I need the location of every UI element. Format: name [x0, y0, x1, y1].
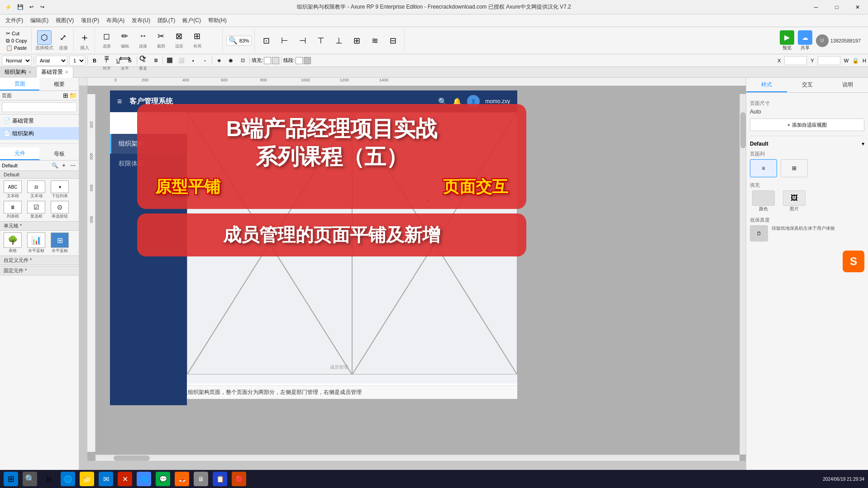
- comp-radio[interactable]: ⊙ 单选按钮: [49, 201, 71, 219]
- app4-btn[interactable]: ✕: [116, 471, 134, 487]
- tool-a[interactable]: ⊡: [259, 33, 274, 48]
- canvas-container[interactable]: 200 400 600 800 ≡ 客户管理系统 🔍 🔔 👤: [87, 86, 746, 461]
- shape-tool[interactable]: ◻: [100, 29, 114, 43]
- sketch-icon[interactable]: 🗒: [750, 225, 768, 242]
- italic-btn[interactable]: I: [101, 56, 111, 66]
- bold-btn[interactable]: B: [90, 56, 100, 66]
- align-justify-btn[interactable]: ▫: [200, 56, 210, 66]
- line-color-box[interactable]: [296, 57, 303, 64]
- cut-btn[interactable]: ✂Cut: [5, 30, 29, 37]
- menu-help[interactable]: 帮助(H): [205, 14, 230, 27]
- paste-btn[interactable]: 📋Paste: [5, 44, 29, 52]
- explorer-btn[interactable]: 📁: [78, 471, 96, 487]
- maximize-btn[interactable]: □: [826, 0, 847, 14]
- preview-btn[interactable]: ▶ 预览: [780, 30, 794, 51]
- page-search-input[interactable]: [2, 102, 77, 112]
- menu-team[interactable]: 团队(T): [154, 14, 179, 27]
- copy-btn[interactable]: ⧉0 Copy: [5, 37, 29, 44]
- tool-g[interactable]: ≋: [368, 33, 382, 48]
- minimize-btn[interactable]: ─: [806, 0, 826, 14]
- masters-tab[interactable]: 母板: [39, 147, 79, 160]
- tab-close-0[interactable]: ✕: [28, 70, 32, 75]
- menu-view[interactable]: 视图(V): [52, 14, 77, 27]
- menu-edit[interactable]: 编辑(E): [27, 14, 52, 27]
- pages-tab[interactable]: 页面: [0, 78, 39, 90]
- tab-close-1[interactable]: ✕: [65, 70, 68, 75]
- color-option[interactable]: 颜色: [750, 190, 777, 212]
- undo-btn[interactable]: ↩: [26, 2, 36, 12]
- share-btn[interactable]: ☁ 共享: [798, 30, 812, 51]
- align-left-btn[interactable]: ⬛: [165, 56, 175, 66]
- menu-account[interactable]: 账户(C): [179, 14, 205, 27]
- image-option[interactable]: 🖼 图片: [781, 190, 808, 212]
- menu-publish[interactable]: 发布(U): [128, 14, 154, 27]
- comp-tree[interactable]: 🌳 表格: [2, 232, 24, 254]
- edge-btn[interactable]: 🌐: [59, 471, 77, 487]
- valign-bot-btn[interactable]: ⊡: [238, 56, 248, 66]
- underline-btn[interactable]: U: [113, 56, 123, 66]
- app8-btn[interactable]: 🖥: [192, 471, 210, 487]
- v-scroll-thumb[interactable]: [740, 112, 746, 148]
- expand-icon[interactable]: ▾: [862, 141, 864, 147]
- valign-top-btn[interactable]: ◈: [214, 56, 224, 66]
- size-select[interactable]: 13: [69, 56, 86, 66]
- select-mode-btn[interactable]: ⬡: [37, 30, 52, 45]
- menu-file[interactable]: 文件(F): [2, 14, 27, 27]
- tool-h[interactable]: ⊟: [386, 33, 401, 48]
- outline-tab[interactable]: 概要: [39, 78, 79, 90]
- font-select[interactable]: Arial: [36, 56, 67, 66]
- component-add-btn[interactable]: +: [60, 161, 68, 170]
- tab-jichu[interactable]: 基础背景 ✕: [37, 67, 73, 78]
- list-ol-btn[interactable]: ≣: [151, 56, 161, 66]
- h-scrollbar[interactable]: [95, 455, 739, 461]
- y-input[interactable]: [818, 56, 840, 65]
- comp-htable[interactable]: ⊞ 水平蓝鲸: [49, 232, 71, 254]
- page-style-select[interactable]: Normal: [2, 56, 32, 66]
- line-color-box2[interactable]: [304, 57, 311, 64]
- tool-f[interactable]: ⊞: [350, 33, 364, 48]
- add-page-btn[interactable]: ⊞: [63, 92, 68, 99]
- fit-tool[interactable]: ⊠: [172, 29, 186, 43]
- comp-textarea[interactable]: ⊟ 文本域: [25, 180, 47, 199]
- tool-c[interactable]: ⊣: [296, 33, 310, 48]
- app10-btn[interactable]: 🔴: [230, 471, 248, 487]
- h-scroll-thumb[interactable]: [114, 455, 150, 461]
- app7-btn[interactable]: 🦊: [173, 471, 191, 487]
- sidebar-item-zuzhijiagou[interactable]: 组织架构: [110, 134, 187, 154]
- save-btn[interactable]: 💾: [15, 2, 25, 12]
- component-search-btn[interactable]: 🔍: [51, 161, 59, 170]
- tab-interaction[interactable]: 交互: [787, 78, 828, 92]
- comp-textbox[interactable]: ABC 文本框: [2, 180, 24, 199]
- comp-dropdown[interactable]: ▾ 下拉列表: [49, 180, 71, 199]
- connect-tool[interactable]: ↔: [136, 29, 150, 43]
- layout-option-2[interactable]: ⊞: [781, 159, 808, 177]
- page-item-jichubeijing[interactable]: 📄 基础背景: [0, 114, 79, 127]
- layout-option-1[interactable]: ≡: [750, 159, 777, 177]
- comp-listbox[interactable]: ≣ 列表框: [2, 201, 24, 219]
- comp-table[interactable]: 📊 水平蓝鲸: [25, 232, 47, 254]
- adaptive-view-btn[interactable]: + 添加自适应视图: [750, 118, 864, 131]
- tab-zuzhijiagou[interactable]: 组织架构 ✕: [0, 67, 37, 78]
- bell-icon[interactable]: 🔔: [453, 97, 462, 106]
- strikethrough-btn[interactable]: S: [125, 56, 135, 66]
- fill-color-box[interactable]: [264, 57, 271, 64]
- edit-tool[interactable]: ✏: [118, 29, 132, 43]
- redo-btn[interactable]: ↪: [37, 2, 47, 12]
- fill-color-box2[interactable]: [272, 57, 279, 64]
- mail-btn[interactable]: ✉: [97, 471, 115, 487]
- app9-btn[interactable]: 📋: [211, 471, 229, 487]
- center-tool[interactable]: ⊞: [190, 29, 205, 43]
- component-more-btn[interactable]: ⋯: [69, 161, 77, 170]
- connection-mode-btn[interactable]: ⤢: [56, 30, 71, 45]
- app5-btn[interactable]: 🌐: [135, 471, 153, 487]
- close-btn[interactable]: ✕: [847, 0, 868, 14]
- tool-d[interactable]: ⊤: [314, 33, 328, 48]
- sidebar-item-quanxianti[interactable]: 权限体系: [110, 154, 187, 174]
- tool-e[interactable]: ⊥: [332, 33, 346, 48]
- crop-tool[interactable]: ✂: [154, 29, 168, 43]
- valign-mid-btn[interactable]: ◉: [226, 56, 236, 66]
- page-item-zuzhijiagou[interactable]: 📄 组织架构: [0, 127, 79, 140]
- align-right-btn[interactable]: ▪: [188, 56, 198, 66]
- tool-b[interactable]: ⊢: [277, 33, 292, 48]
- list-ul-btn[interactable]: ≡: [139, 56, 149, 66]
